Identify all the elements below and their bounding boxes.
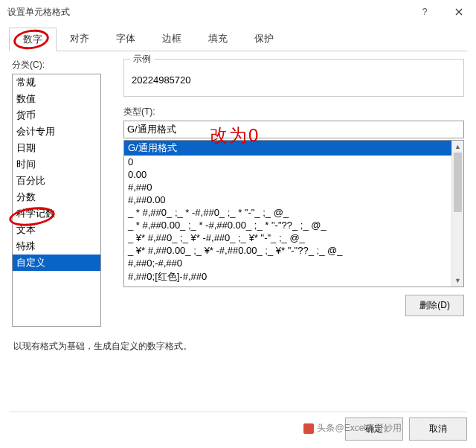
- category-item[interactable]: 百分比: [13, 173, 100, 189]
- type-list-item[interactable]: _ ¥* #,##0_ ;_ ¥* -#,##0_ ;_ ¥* "-"_ ;_ …: [124, 231, 451, 244]
- category-item[interactable]: 时间: [13, 156, 100, 173]
- category-item[interactable]: 分数: [13, 189, 100, 205]
- delete-button[interactable]: 删除(D): [405, 295, 464, 316]
- separator: [9, 412, 467, 412]
- window-title: 设置单元格格式: [7, 7, 70, 17]
- sample-groupbox: 示例 20224985720: [123, 59, 464, 97]
- category-item[interactable]: 自定义: [13, 255, 100, 271]
- category-item[interactable]: 特殊: [13, 238, 100, 255]
- tab-row: 数字 对齐 字体 边框 填充 保护: [9, 24, 467, 51]
- type-list-item[interactable]: #,##0.00: [124, 193, 451, 206]
- category-item[interactable]: 货币: [13, 107, 100, 124]
- type-list-item[interactable]: 0.00: [124, 168, 451, 181]
- tab-fill[interactable]: 填充: [195, 28, 241, 51]
- category-item[interactable]: 常规: [13, 74, 100, 91]
- type-list-item[interactable]: #,##0: [124, 181, 451, 193]
- type-list-item[interactable]: #,##0;-#,##0: [124, 257, 451, 269]
- tab-border[interactable]: 边框: [149, 28, 195, 51]
- sample-legend: 示例: [130, 53, 154, 65]
- close-button[interactable]: [442, 0, 476, 24]
- watermark-icon: [303, 423, 314, 434]
- note-text: 以现有格式为基础，生成自定义的数字格式。: [0, 327, 476, 353]
- right-pane: 示例 20224985720 类型(T): G/通用格式00.00#,##0#,…: [123, 59, 464, 327]
- tab-alignment[interactable]: 对齐: [57, 28, 103, 51]
- left-pane: 分类(C): 常规数值货币会计专用日期时间百分比分数科学记数文本特殊自定义: [12, 59, 109, 327]
- type-list-item[interactable]: _ * #,##0_ ;_ * -#,##0_ ;_ * "-"_ ;_ @_: [124, 206, 451, 219]
- type-list-item[interactable]: 0: [124, 156, 451, 168]
- scroll-thumb[interactable]: [454, 153, 462, 212]
- category-item[interactable]: 文本: [13, 222, 100, 238]
- sample-value: 20224985720: [132, 74, 456, 86]
- tab-protection[interactable]: 保护: [241, 28, 287, 51]
- category-item[interactable]: 科学记数: [13, 205, 100, 222]
- tab-number[interactable]: 数字: [9, 28, 57, 51]
- type-list-item[interactable]: #,##0.00;-#,##0.00: [124, 284, 451, 287]
- category-label: 分类(C):: [12, 59, 109, 71]
- type-list-item[interactable]: _ * #,##0.00_ ;_ * -#,##0.00_ ;_ * "-"??…: [124, 219, 451, 231]
- category-listbox[interactable]: 常规数值货币会计专用日期时间百分比分数科学记数文本特殊自定义: [12, 74, 101, 327]
- close-icon: [455, 8, 463, 16]
- type-input[interactable]: [123, 121, 464, 138]
- type-list-item[interactable]: #,##0;[红色]-#,##0: [124, 269, 451, 284]
- ok-button[interactable]: 确定: [345, 417, 403, 441]
- type-list-item[interactable]: _ ¥* #,##0.00_ ;_ ¥* -#,##0.00_ ;_ ¥* "-…: [124, 244, 451, 257]
- category-item[interactable]: 会计专用: [13, 124, 100, 140]
- titlebar: 设置单元格格式 ?: [0, 0, 476, 24]
- tab-font[interactable]: 字体: [103, 28, 149, 51]
- cancel-button[interactable]: 取消: [409, 417, 467, 441]
- category-item[interactable]: 数值: [13, 91, 100, 107]
- category-item[interactable]: 日期: [13, 140, 100, 156]
- listbox-scrollbar[interactable]: ▲ ▼: [451, 141, 463, 287]
- type-label: 类型(T):: [123, 106, 464, 118]
- dialog-footer: 确定 取消: [345, 417, 467, 441]
- scroll-down-button[interactable]: ▼: [452, 275, 463, 287]
- help-button[interactable]: ?: [408, 0, 442, 24]
- scroll-up-button[interactable]: ▲: [452, 141, 463, 153]
- window-buttons: ?: [408, 0, 476, 24]
- type-list-item[interactable]: G/通用格式: [124, 141, 451, 156]
- type-listbox[interactable]: G/通用格式00.00#,##0#,##0.00_ * #,##0_ ;_ * …: [123, 140, 464, 287]
